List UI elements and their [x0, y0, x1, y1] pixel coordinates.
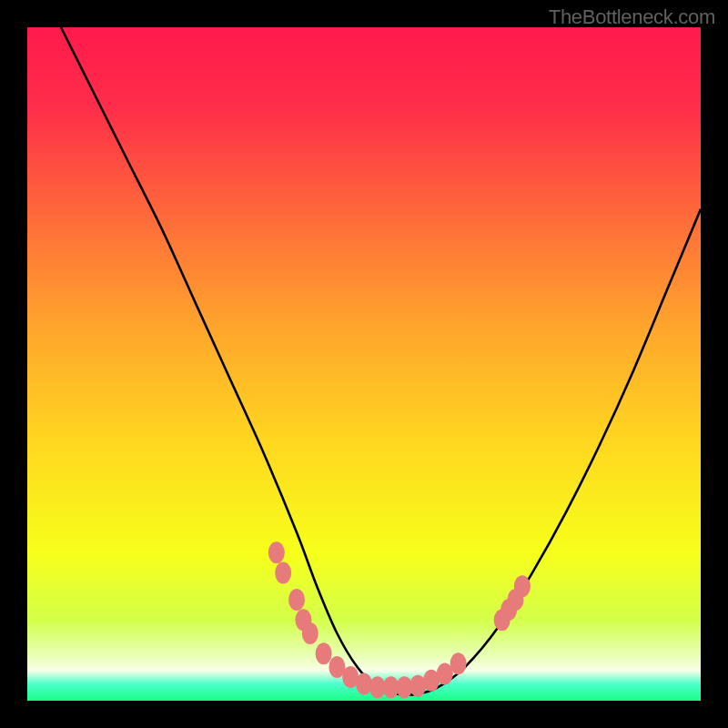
trend-marker: [268, 541, 285, 563]
chart-frame: [27, 27, 701, 701]
watermark-text: TheBottleneck.com: [549, 5, 715, 29]
trend-marker: [450, 652, 467, 674]
trend-marker: [288, 589, 305, 611]
trend-marker: [275, 561, 291, 583]
trend-marker: [316, 642, 332, 664]
bottleneck-curve: [27, 27, 701, 701]
trend-marker: [514, 575, 531, 597]
trend-marker: [302, 622, 318, 644]
